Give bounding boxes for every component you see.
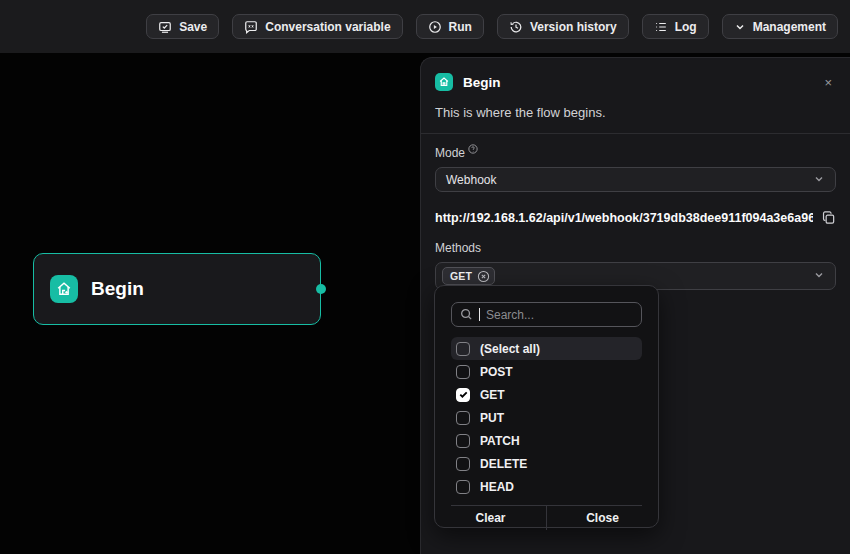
method-option-label: PATCH	[480, 434, 520, 448]
method-option-label: GET	[480, 388, 505, 402]
checkbox-icon[interactable]	[456, 411, 470, 425]
begin-node[interactable]: Begin	[33, 253, 321, 325]
chevron-down-icon	[813, 267, 825, 285]
top-toolbar: Save Conversation variable Run Vers	[0, 0, 850, 53]
chevron-down-icon	[813, 171, 825, 189]
help-icon	[468, 143, 478, 157]
log-button[interactable]: Log	[642, 14, 709, 39]
methods-dropdown: (Select all)POSTGETPUTPATCHDELETEHEAD Cl…	[434, 285, 659, 528]
begin-node-title: Begin	[91, 278, 144, 300]
method-option-post[interactable]: POST	[451, 360, 642, 383]
method-option-label: DELETE	[480, 457, 527, 471]
method-option-put[interactable]: PUT	[451, 406, 642, 429]
checkbox-checked-icon[interactable]	[456, 388, 470, 402]
checkbox-icon[interactable]	[456, 480, 470, 494]
method-tag-label: GET	[450, 270, 472, 282]
method-option-patch[interactable]: PATCH	[451, 429, 642, 452]
chevron-down-icon	[734, 21, 746, 33]
method-option-label: POST	[480, 365, 513, 379]
history-clock-icon	[509, 20, 523, 34]
conversation-variable-label: Conversation variable	[265, 20, 390, 34]
management-button[interactable]: Management	[722, 14, 838, 39]
dropdown-footer: Clear Close	[435, 506, 658, 530]
close-button[interactable]: Close	[547, 506, 658, 530]
run-label: Run	[449, 20, 472, 34]
begin-config-panel: Begin × This is where the flow begins. M…	[420, 57, 850, 554]
method-option-label: PUT	[480, 411, 504, 425]
remove-tag-icon[interactable]	[477, 270, 490, 283]
checkbox-icon[interactable]	[456, 434, 470, 448]
play-circle-icon	[428, 20, 442, 34]
home-icon-small	[435, 73, 453, 91]
search-input[interactable]	[486, 308, 633, 322]
method-option-get[interactable]: GET	[451, 383, 642, 406]
message-square-icon	[244, 20, 258, 34]
search-box[interactable]	[451, 302, 642, 327]
run-button[interactable]: Run	[416, 14, 484, 39]
panel-title: Begin	[463, 75, 501, 90]
method-option-list: (Select all)POSTGETPUTPATCHDELETEHEAD	[451, 337, 642, 498]
mode-label: Mode	[435, 146, 465, 160]
save-label: Save	[179, 20, 207, 34]
method-option-label: (Select all)	[480, 342, 540, 356]
search-icon	[460, 308, 473, 321]
checkbox-icon[interactable]	[456, 365, 470, 379]
webhook-url-row: http://192.168.1.62/api/v1/webhook/3719d…	[435, 210, 836, 225]
panel-subtitle: This is where the flow begins.	[435, 105, 836, 120]
webhook-url: http://192.168.1.62/api/v1/webhook/3719d…	[435, 211, 813, 225]
close-icon[interactable]: ×	[820, 74, 836, 91]
save-button[interactable]: Save	[146, 14, 219, 39]
list-icon	[654, 20, 668, 34]
method-option-label: HEAD	[480, 480, 514, 494]
mode-select[interactable]: Webhook	[435, 167, 836, 192]
methods-label: Methods	[435, 241, 836, 255]
node-output-handle[interactable]	[316, 284, 326, 294]
conversation-variable-button[interactable]: Conversation variable	[232, 14, 402, 39]
text-caret	[479, 308, 480, 321]
version-history-button[interactable]: Version history	[497, 14, 629, 39]
method-option--select-all-[interactable]: (Select all)	[451, 337, 642, 360]
checkbox-icon[interactable]	[456, 457, 470, 471]
checkbox-icon[interactable]	[456, 342, 470, 356]
version-history-label: Version history	[530, 20, 617, 34]
panel-header: Begin ×	[435, 73, 836, 91]
method-tag-get: GET	[442, 267, 495, 285]
management-label: Management	[753, 20, 826, 34]
log-label: Log	[675, 20, 697, 34]
save-icon	[158, 20, 172, 34]
clear-button[interactable]: Clear	[435, 506, 546, 530]
mode-select-value: Webhook	[446, 173, 813, 187]
home-icon	[50, 275, 78, 303]
method-option-delete[interactable]: DELETE	[451, 452, 642, 475]
copy-icon[interactable]	[821, 210, 836, 225]
mode-label-row: Mode	[435, 146, 836, 160]
method-option-head[interactable]: HEAD	[451, 475, 642, 498]
